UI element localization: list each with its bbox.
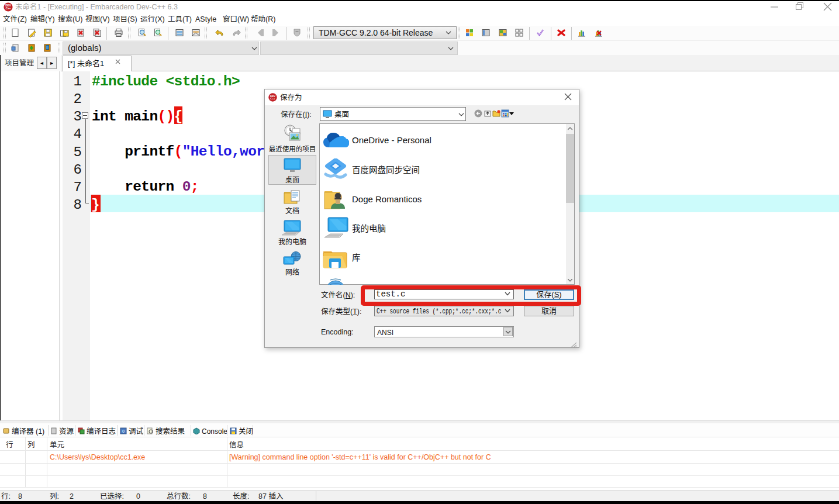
svg-text:C++: C++ (270, 97, 275, 100)
svg-text:C++: C++ (6, 7, 11, 10)
svg-text:0: 0 (122, 429, 125, 433)
